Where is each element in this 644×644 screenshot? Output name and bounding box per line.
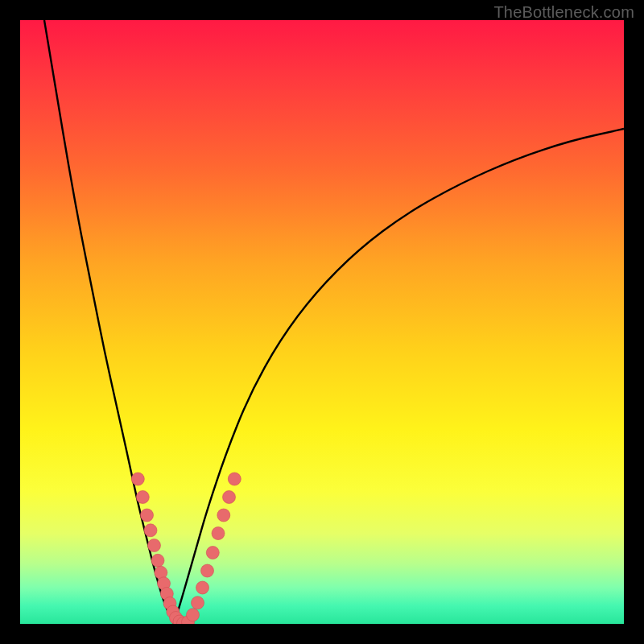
- data-marker: [192, 597, 204, 609]
- data-marker: [187, 609, 200, 621]
- data-marker: [206, 547, 219, 559]
- data-marker: [212, 527, 225, 540]
- data-markers: [131, 473, 241, 624]
- chart-frame: TheBottleneck.com: [0, 0, 644, 644]
- data-marker: [148, 539, 161, 552]
- data-marker: [228, 473, 241, 485]
- data-marker: [217, 509, 230, 522]
- watermark-text: TheBottleneck.com: [493, 3, 634, 22]
- data-marker: [141, 509, 154, 522]
- v-curve-plot: [20, 20, 624, 624]
- data-marker: [131, 473, 144, 485]
- curve-group: [44, 20, 624, 624]
- gradient-plot-area: [20, 20, 624, 624]
- right-branch-curve: [174, 129, 624, 624]
- data-marker: [223, 491, 236, 504]
- data-marker: [196, 581, 209, 594]
- data-marker: [144, 524, 157, 537]
- data-marker: [151, 554, 164, 567]
- data-marker: [136, 491, 149, 504]
- data-marker: [201, 564, 214, 577]
